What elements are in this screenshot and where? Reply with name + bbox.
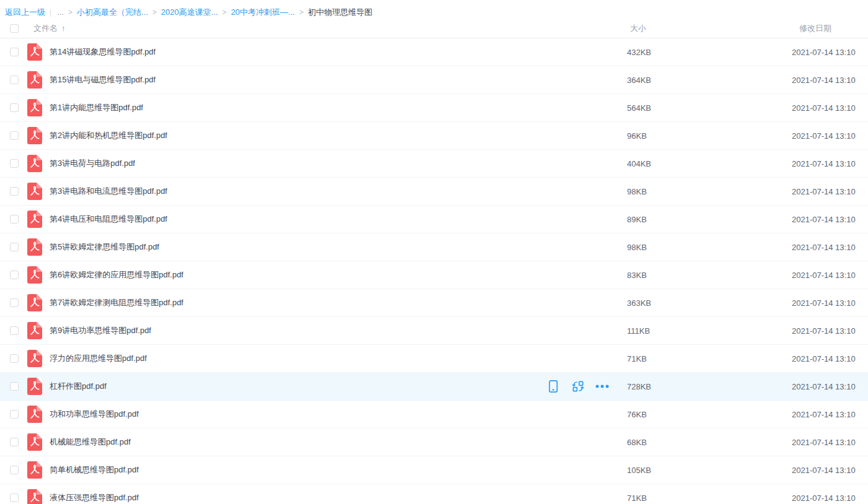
file-size: 68KB [627,438,792,447]
pdf-file-icon [27,99,42,116]
row-checkbox[interactable] [10,438,19,446]
file-name-link[interactable]: 功和功率思维导图pdf.pdf [50,409,139,420]
select-all-checkbox[interactable] [10,24,19,33]
breadcrumb-current: 初中物理思维导图 [308,7,372,18]
pdf-file-icon [27,350,42,367]
column-header-size[interactable]: 大小 [627,23,792,34]
breadcrumb-bar-separator: | [50,8,51,17]
row-checkbox[interactable] [10,354,19,363]
row-checkbox[interactable] [10,159,19,168]
file-date: 2021-07-14 13:10 [792,410,868,419]
table-row[interactable]: 浮力的应用思维导图pdf.pdf [0,345,868,373]
breadcrumb-link[interactable]: 2020高途课堂... [161,7,218,18]
table-row[interactable]: 杠杆作图pdf.pdf [0,373,868,401]
file-size: 76KB [627,410,792,419]
file-size: 363KB [627,298,792,308]
row-checkbox[interactable] [10,466,19,474]
file-date: 2021-07-14 13:10 [792,103,868,113]
row-checkbox[interactable] [10,187,19,196]
row-checkbox[interactable] [10,382,19,391]
file-name-link[interactable]: 杠杆作图pdf.pdf [50,381,107,392]
table-row[interactable]: 功和功率思维导图pdf.pdf [0,401,868,428]
file-size: 83KB [627,271,792,280]
row-checkbox[interactable] [10,271,19,279]
row-checkbox[interactable] [10,410,19,419]
row-checkbox[interactable] [10,298,19,307]
pdf-file-icon [27,71,42,89]
row-checkbox[interactable] [10,103,19,112]
table-row[interactable]: 第15讲电与磁思维导图pdf.pdf [0,66,868,94]
table-row[interactable]: 第9讲电功率思维导图pdf.pdf [0,317,868,345]
file-name-link[interactable]: 第15讲电与磁思维导图pdf.pdf [50,74,156,85]
table-row[interactable]: 第3讲电荷与电路pdf.pdf [0,150,868,178]
column-header-name[interactable]: 文件名 ↑ [33,23,627,34]
file-name-link[interactable]: 第4讲电压和电阻思维导图pdf.pdf [50,214,167,225]
file-name-link[interactable]: 机械能思维导图pdf.pdf [50,437,131,448]
file-date: 2021-07-14 13:10 [792,382,868,391]
file-date: 2021-07-14 13:10 [792,354,868,363]
table-row[interactable]: 第14讲磁现象思维导图pdf.pdf [0,38,868,66]
row-checkbox[interactable] [10,243,19,251]
pdf-file-icon [27,238,42,256]
file-date: 2021-07-14 13:10 [792,466,868,475]
file-date: 2021-07-14 13:10 [792,326,868,336]
file-name-link[interactable]: 第6讲欧姆定律的应用思维导图pdf.pdf [50,269,183,280]
pdf-file-icon [27,294,42,311]
file-name-link[interactable]: 浮力的应用思维导图pdf.pdf [50,353,147,364]
file-date: 2021-07-14 13:10 [792,131,868,141]
file-size: 564KB [627,103,792,113]
more-dots-icon[interactable] [595,379,610,394]
file-date: 2021-07-14 13:10 [792,438,868,447]
file-name-link[interactable]: 第1讲内能思维导图pdf.pdf [50,102,143,113]
file-name-link[interactable]: 液体压强思维导图pdf.pdf [50,492,139,503]
file-name-link[interactable]: 第7讲欧姆定律测电阻思维导图pdf.pdf [50,297,183,308]
file-size: 98KB [627,187,792,196]
file-size: 728KB [627,382,792,391]
row-checkbox[interactable] [10,48,19,56]
table-row[interactable]: 液体压强思维导图pdf.pdf [0,484,868,504]
row-checkbox[interactable] [10,326,19,335]
file-name-link[interactable]: 简单机械思维导图pdf.pdf [50,464,139,476]
pdf-file-icon [27,461,42,479]
breadcrumb-collapsed[interactable]: ... [57,7,64,17]
column-header-date[interactable]: 修改日期 [792,23,868,34]
table-row[interactable]: 简单机械思维导图pdf.pdf [0,456,868,484]
pdf-file-icon [27,211,42,228]
pdf-file-icon [27,183,42,200]
file-size: 432KB [627,48,792,57]
file-name-link[interactable]: 第14讲磁现象思维导图pdf.pdf [50,46,156,58]
share-transfer-icon[interactable] [571,379,585,394]
file-name-link[interactable]: 第5讲欧姆定律思维导图pdf.pdf [50,241,159,253]
row-checkbox[interactable] [10,76,19,84]
pdf-file-icon [27,433,42,451]
table-row[interactable]: 第3讲电路和电流思维导图pdf.pdf [0,178,868,206]
file-size: 404KB [627,159,792,168]
file-name-link[interactable]: 第2讲内能和热机思维导图pdf.pdf [50,130,167,141]
file-name-link[interactable]: 第3讲电路和电流思维导图pdf.pdf [50,186,167,197]
breadcrumb-gt-separator: > [299,8,304,17]
table-row[interactable]: 第5讲欧姆定律思维导图pdf.pdf [0,233,868,261]
breadcrumb-back-link[interactable]: 返回上一级 [5,7,45,18]
send-to-phone-icon[interactable] [546,379,561,394]
file-date: 2021-07-14 13:10 [792,76,868,85]
table-row[interactable]: 第4讲电压和电阻思维导图pdf.pdf [0,206,868,233]
row-checkbox[interactable] [10,131,19,140]
table-row[interactable]: 机械能思维导图pdf.pdf [0,428,868,456]
table-row[interactable]: 第6讲欧姆定律的应用思维导图pdf.pdf [0,261,868,289]
row-checkbox[interactable] [10,215,19,224]
file-name-link[interactable]: 第3讲电荷与电路pdf.pdf [50,158,135,169]
table-row[interactable]: 第1讲内能思维导图pdf.pdf [0,94,868,122]
breadcrumb-link[interactable]: 20中考冲刺班—... [231,7,295,18]
file-name-link[interactable]: 第9讲电功率思维导图pdf.pdf [50,325,151,336]
pdf-file-icon [27,43,42,61]
file-size: 98KB [627,243,792,252]
table-row[interactable]: 第2讲内能和热机思维导图pdf.pdf [0,122,868,150]
table-row[interactable]: 第7讲欧姆定律测电阻思维导图pdf.pdf [0,289,868,317]
file-date: 2021-07-14 13:10 [792,243,868,252]
breadcrumb-link[interactable]: 小初高最全（完结... [77,7,148,18]
row-checkbox[interactable] [10,493,19,502]
file-date: 2021-07-14 13:10 [792,159,868,168]
file-size: 96KB [627,131,792,141]
file-size: 71KB [627,354,792,363]
pdf-file-icon [27,322,42,339]
